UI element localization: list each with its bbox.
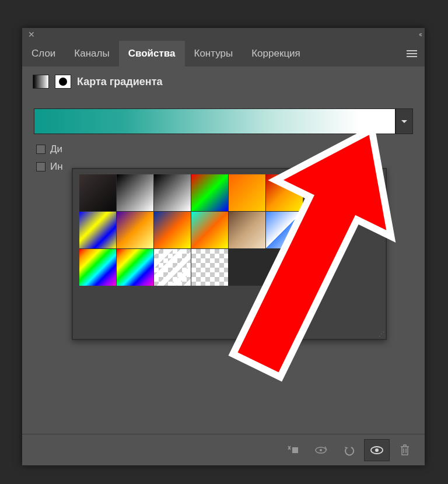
eye-cycle-icon [313,444,328,456]
panel-tabs: Слои Каналы Свойства Контуры Коррекция [22,41,425,66]
collapse-icon[interactable]: ‹‹ [419,30,421,38]
checkbox-dither[interactable] [36,145,46,154]
gradient-swatch[interactable] [191,174,228,211]
dither-label: Ди [50,143,62,155]
close-icon[interactable]: ✕ [26,30,37,39]
gradient-map-icon [33,75,49,89]
reverse-label: Ин [50,161,63,173]
undo-icon [342,444,355,456]
gradient-swatch[interactable] [79,212,116,248]
gear-dropdown-icon: ▾ [366,185,369,191]
gradient-swatch[interactable] [117,174,153,211]
dither-checkbox-row[interactable]: Ди [36,143,411,155]
resize-grip-icon[interactable]: ⋰ [379,331,384,337]
svg-rect-0 [292,447,298,453]
gradient-swatch[interactable] [266,212,303,248]
tab-layers[interactable]: Слои [22,41,65,66]
reset-button[interactable] [336,439,362,461]
gradient-preview[interactable] [34,108,396,134]
gradient-swatch[interactable] [266,174,303,211]
toggle-visibility-button[interactable] [364,439,390,461]
picker-settings-button[interactable]: ⚙▾ [358,181,369,192]
gradient-dropdown-button[interactable] [396,108,413,134]
adjustment-header: Карта градиента [22,66,425,97]
gradient-swatch[interactable] [79,174,116,211]
svg-point-2 [320,449,322,451]
gradient-swatch[interactable] [117,249,153,286]
tab-paths[interactable]: Контуры [185,41,243,66]
gradient-swatch[interactable] [229,212,265,248]
gradient-swatch[interactable] [154,249,191,286]
adjustment-title: Карта градиента [77,76,163,88]
gradient-preview-row [34,108,413,134]
properties-panel: ✕ ‹‹ Слои Каналы Свойства Контуры Коррек… [22,28,425,465]
clip-to-layer-button[interactable] [280,439,306,461]
eye-icon [369,444,384,456]
gradient-swatch[interactable] [229,174,265,211]
gear-icon: ⚙ [358,182,366,192]
gradient-swatch-grid [79,174,303,286]
hamburger-icon [407,53,417,54]
titlebar: ✕ ‹‹ [22,28,425,41]
tab-adjustments[interactable]: Коррекция [242,41,310,66]
tab-channels[interactable]: Каналы [65,41,118,66]
clip-icon [286,444,299,456]
svg-point-4 [375,448,379,452]
chevron-down-icon [401,120,407,123]
gradient-picker-popup: ⚙▾ ⋰ [72,168,387,340]
gradient-swatch[interactable] [191,249,228,286]
layer-mask-icon [55,75,71,89]
gradient-swatch[interactable] [79,249,116,286]
panel-menu-button[interactable] [399,41,425,66]
delete-adjustment-button[interactable] [392,439,418,461]
checkbox-reverse[interactable] [36,162,46,171]
tab-properties[interactable]: Свойства [119,41,185,66]
trash-icon [399,444,411,457]
gradient-swatch[interactable] [154,212,191,248]
view-previous-button[interactable] [308,439,334,461]
gradient-swatch[interactable] [191,212,228,248]
gradient-swatch[interactable] [117,212,153,248]
gradient-swatch[interactable] [154,174,191,211]
panel-bottom-bar [22,434,425,465]
